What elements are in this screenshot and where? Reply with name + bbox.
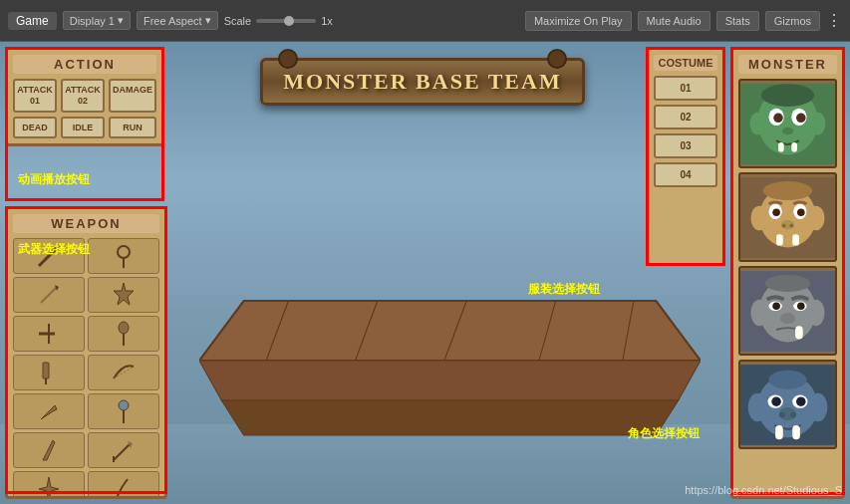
costume-03-button[interactable]: 03 bbox=[654, 133, 717, 158]
weapon-panel-title: WEAPON bbox=[13, 214, 159, 233]
svg-point-74 bbox=[790, 411, 796, 417]
svg-marker-0 bbox=[199, 301, 701, 361]
svg-marker-1 bbox=[199, 361, 701, 400]
costume-01-button[interactable]: 01 bbox=[654, 76, 717, 101]
banner-board: MONSTER BASE TEAM bbox=[260, 58, 584, 106]
weapon-slot-10[interactable] bbox=[88, 393, 159, 429]
costume-02-button[interactable]: 02 bbox=[654, 105, 717, 129]
svg-point-35 bbox=[782, 126, 793, 134]
stats-button[interactable]: Stats bbox=[716, 11, 759, 31]
svg-point-17 bbox=[119, 322, 129, 334]
svg-point-56 bbox=[765, 274, 811, 291]
damage-button[interactable]: DAMAGE bbox=[109, 79, 156, 113]
weapon-slot-6[interactable] bbox=[88, 316, 159, 352]
game-tab[interactable]: Game bbox=[8, 12, 57, 30]
run-button[interactable]: RUN bbox=[109, 117, 156, 139]
svg-line-24 bbox=[114, 444, 130, 460]
svg-point-59 bbox=[772, 302, 780, 310]
action-panel-title: ACTION bbox=[13, 55, 156, 74]
svg-rect-36 bbox=[778, 142, 784, 152]
svg-point-33 bbox=[773, 113, 783, 123]
banner-text: MONSTER BASE TEAM bbox=[283, 69, 561, 95]
weapon-slot-1[interactable] bbox=[13, 238, 85, 274]
dead-button[interactable]: DEAD bbox=[13, 117, 57, 139]
weapon-panel: WEAPON bbox=[5, 206, 167, 499]
weapon-grid bbox=[13, 238, 159, 499]
svg-point-71 bbox=[796, 396, 806, 406]
monster-slot-2[interactable] bbox=[738, 172, 837, 262]
monster-panel-title: MONSTER bbox=[738, 55, 837, 74]
svg-line-8 bbox=[39, 246, 59, 266]
monster-slot-3[interactable] bbox=[738, 266, 837, 356]
action-annotation: 动画播放按钮 bbox=[18, 171, 90, 188]
weapon-slot-7[interactable] bbox=[13, 355, 85, 390]
watermark: https://blog.csdn.net/Studious_S bbox=[685, 484, 842, 496]
scale-slider[interactable] bbox=[256, 19, 316, 23]
weapon-slot-11[interactable] bbox=[13, 432, 85, 468]
costume-panel: COSTUME 01 02 03 04 bbox=[646, 47, 725, 266]
game-tab-label: Game bbox=[16, 14, 49, 28]
svg-rect-76 bbox=[792, 424, 800, 438]
svg-point-34 bbox=[796, 113, 806, 123]
costume-04-button[interactable]: 04 bbox=[654, 162, 717, 187]
svg-point-45 bbox=[772, 208, 780, 216]
svg-point-77 bbox=[748, 392, 767, 421]
weapon-slot-14[interactable] bbox=[88, 471, 159, 499]
weapon-slot-13[interactable] bbox=[13, 471, 85, 499]
svg-point-67 bbox=[769, 370, 807, 388]
action-panel: ACTION ATTACK01 ATTACK02 DAMAGE DEAD IDL… bbox=[5, 47, 164, 146]
idle-button[interactable]: IDLE bbox=[61, 117, 105, 139]
weapon-slot-9[interactable] bbox=[13, 393, 85, 429]
aspect-dropdown[interactable]: Free Aspect ▾ bbox=[137, 11, 218, 30]
svg-point-53 bbox=[807, 205, 824, 230]
svg-rect-51 bbox=[792, 234, 799, 245]
svg-rect-75 bbox=[775, 424, 783, 438]
weapon-slot-4[interactable] bbox=[88, 277, 159, 313]
svg-point-70 bbox=[771, 396, 781, 406]
mute-audio-button[interactable]: Mute Audio bbox=[638, 11, 710, 31]
weapon-slot-12[interactable] bbox=[88, 432, 159, 468]
attack01-button[interactable]: ATTACK01 bbox=[13, 79, 57, 113]
svg-point-78 bbox=[808, 392, 827, 421]
svg-point-61 bbox=[780, 312, 795, 323]
monster-slot-4[interactable] bbox=[738, 360, 837, 449]
maximize-on-play-button[interactable]: Maximize On Play bbox=[525, 11, 632, 31]
more-options-icon[interactable]: ⋮ bbox=[826, 11, 842, 30]
weapon-slot-8[interactable] bbox=[88, 355, 159, 390]
weapon-slot-3[interactable] bbox=[13, 277, 85, 313]
svg-marker-14 bbox=[114, 283, 134, 305]
svg-rect-37 bbox=[791, 142, 797, 152]
svg-rect-50 bbox=[776, 234, 783, 245]
svg-rect-62 bbox=[795, 326, 803, 339]
gizmos-button[interactable]: Gizmos bbox=[765, 11, 820, 31]
svg-marker-2 bbox=[221, 400, 678, 435]
chevron-down-icon: ▾ bbox=[205, 14, 211, 27]
action-button-grid: ATTACK01 ATTACK02 DAMAGE DEAD IDLE RUN bbox=[13, 79, 156, 138]
svg-point-22 bbox=[119, 400, 129, 410]
platform bbox=[199, 281, 701, 444]
svg-point-48 bbox=[782, 223, 786, 227]
monster-panel: MONSTER bbox=[730, 47, 845, 499]
svg-point-38 bbox=[750, 112, 765, 134]
svg-line-12 bbox=[41, 287, 57, 303]
svg-rect-19 bbox=[43, 363, 49, 378]
banner: MONSTER BASE TEAM bbox=[179, 47, 666, 117]
monster-slot-1[interactable] bbox=[738, 79, 837, 168]
svg-point-49 bbox=[789, 223, 793, 227]
weapon-slot-2[interactable] bbox=[88, 238, 159, 274]
scale-control: Scale 1x bbox=[224, 15, 333, 27]
svg-line-27 bbox=[116, 497, 120, 499]
svg-point-63 bbox=[750, 299, 767, 326]
costume-panel-title: COSTUME bbox=[654, 55, 717, 71]
svg-point-60 bbox=[797, 302, 805, 310]
chevron-down-icon: ▾ bbox=[118, 14, 124, 27]
svg-point-30 bbox=[761, 84, 814, 107]
weapon-slot-5[interactable] bbox=[13, 316, 85, 352]
display-dropdown[interactable]: Display 1 ▾ bbox=[63, 11, 131, 30]
attack02-button[interactable]: ATTACK02 bbox=[61, 79, 105, 113]
svg-point-52 bbox=[750, 205, 767, 230]
game-viewport: ACTION ATTACK01 ATTACK02 DAMAGE DEAD IDL… bbox=[0, 42, 850, 504]
svg-point-64 bbox=[807, 299, 824, 326]
svg-point-10 bbox=[118, 246, 130, 258]
svg-point-39 bbox=[810, 112, 825, 134]
